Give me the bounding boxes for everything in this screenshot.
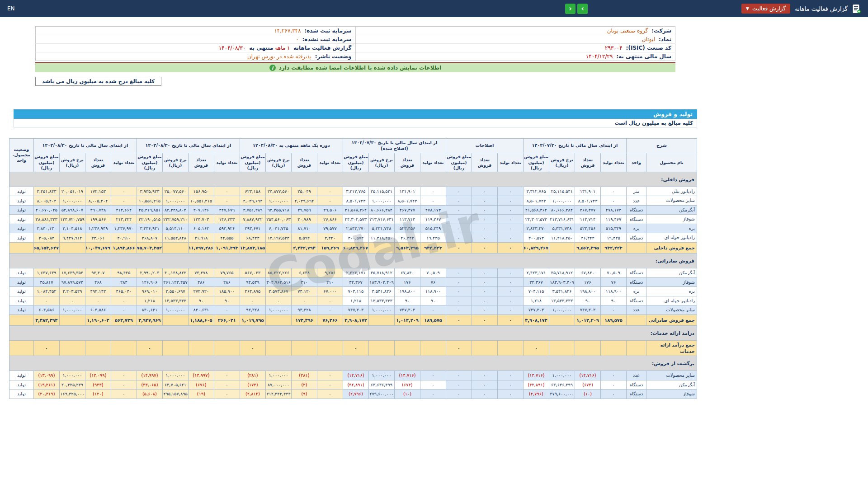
value-cell: ۳,۵۴۱,۸۲۶ bbox=[549, 287, 575, 296]
table-row: پرهپره۵۱۵,۳۴۹۵۲۳,۴۵۶۵,۴۳۱,۷۴۸۲,۸۴۳,۲۷۰۰۰… bbox=[9, 224, 697, 233]
column-header: مبلغ فروش (میلیون ریال) bbox=[446, 153, 472, 172]
value-cell: ۷۴۷,۳۰۳ bbox=[394, 305, 420, 315]
value-cell bbox=[214, 341, 240, 356]
value-cell: ۳۰۰,۵۷۴ bbox=[523, 233, 549, 243]
report-period-length: ۱ ماهه bbox=[275, 45, 290, 51]
value-cell: ۰ bbox=[111, 296, 137, 305]
section-label: فروش صادراتی: bbox=[9, 253, 697, 268]
value-cell: ۷۶ bbox=[420, 277, 446, 287]
value-cell: ۰ bbox=[240, 296, 265, 305]
value-cell bbox=[368, 341, 394, 356]
unit-cell: دستگاه bbox=[626, 296, 646, 305]
column-header: تعداد تولید bbox=[317, 153, 343, 172]
value-cell: ۰ bbox=[446, 242, 472, 253]
info-row: سال مالی منتهی به: ۱۴۰۴/۱۲/۲۹ وضعیت ناشر… bbox=[36, 52, 675, 61]
value-cell: ۰ bbox=[497, 224, 523, 233]
info-row: نماد: لبوتان سرمایه ثبت نشده: ۰ bbox=[36, 35, 675, 44]
value-cell: ۲۹۵,۱۵۷,۸۹۵ bbox=[162, 389, 188, 399]
status-cell: تولید bbox=[9, 287, 33, 296]
next-report-button[interactable]: › bbox=[577, 4, 588, 14]
value-cell: ۰ bbox=[497, 187, 523, 196]
value-cell: (۱۴,۷۱۶) bbox=[394, 371, 420, 380]
value-cell: ۲,۲۳۲,۷۹۳ bbox=[291, 242, 317, 253]
value-cell: ۴۰,۱۴۸,۸۲۲ bbox=[162, 268, 188, 278]
value-cell: ۳۱۲,۴۴۴,۴۴۴ bbox=[265, 389, 291, 399]
value-cell: (۲۸۱) bbox=[240, 371, 265, 380]
value-cell: ۰ bbox=[497, 268, 523, 278]
value-cell: ۰ bbox=[497, 371, 523, 380]
value-cell: ۱۱,۷۹۷,۲۸۶ bbox=[188, 242, 214, 253]
value-cell: ۰ bbox=[214, 305, 240, 315]
column-header: تعداد فروش bbox=[575, 153, 600, 172]
value-cell: ۴,۹۲۷,۹۶۹ bbox=[137, 314, 162, 325]
value-cell: ۲۷۲,۹۲۰ bbox=[188, 287, 214, 296]
value-cell: ۰ bbox=[472, 268, 497, 278]
value-cell: ۲۱۳,۳۲۴ bbox=[111, 215, 137, 224]
value-cell: (۴۲,۸۹۱) bbox=[343, 380, 368, 389]
unit-header: واحد bbox=[626, 153, 646, 172]
company-label: شرکت: bbox=[651, 28, 671, 34]
value-cell: ۰ bbox=[214, 380, 240, 389]
value-cell: ۲۰,۰۵۱,۰۱۹ bbox=[59, 187, 85, 196]
value-cell: ۰ bbox=[600, 371, 626, 380]
value-cell: ۹,۲۵۶ bbox=[317, 268, 343, 278]
value-cell bbox=[549, 341, 575, 356]
value-cell: ۴۹۳,۶۷۱ bbox=[240, 224, 265, 233]
value-cell: (۵,۶۰۸) bbox=[137, 389, 162, 399]
value-cell: (۴۲,۸۹۱) bbox=[523, 380, 549, 389]
product-name-cell: جمع درآمد ارائه خدمات bbox=[646, 341, 697, 356]
report-type-button[interactable]: گزارش فعالیت ▼ bbox=[741, 4, 790, 14]
value-cell: ۰ bbox=[420, 389, 446, 399]
group-header: اصلاحات bbox=[446, 139, 523, 153]
column-header: تعداد تولید bbox=[497, 153, 523, 172]
column-header: تعداد تولید bbox=[214, 153, 240, 172]
language-toggle[interactable]: EN bbox=[7, 5, 15, 12]
value-cell: ۹,۵۶۴,۴۹۵ bbox=[394, 242, 420, 253]
value-cell: ۱,۰۰۰,۰۰۰ bbox=[162, 305, 188, 315]
value-cell: ۱,۰۹۱,۴۹۳ bbox=[214, 242, 240, 253]
value-cell: ۰ bbox=[600, 196, 626, 206]
section-label: فروش داخلی: bbox=[9, 172, 697, 187]
value-cell: ۰ bbox=[472, 187, 497, 196]
value-cell bbox=[162, 314, 188, 325]
value-cell: ۱,۰۰۰,۰۰۰ bbox=[59, 371, 85, 380]
product-name-cell: شوفاژ bbox=[646, 389, 697, 399]
value-cell: ۱,۲۳۶,۹۷۰ bbox=[111, 224, 137, 233]
unit-cell: عدد bbox=[626, 371, 646, 380]
column-header: مبلغ فروش (میلیون ریال) bbox=[523, 153, 549, 172]
value-cell: ۳,۵۷۳,۸۶۷ bbox=[265, 287, 291, 296]
value-cell: ۲,۸۴۳,۲۷۰ bbox=[343, 224, 368, 233]
value-cell: ۲۱۰ bbox=[317, 277, 343, 287]
value-cell: ۳۱۰ bbox=[291, 277, 317, 287]
value-cell: ۰ bbox=[497, 233, 523, 243]
value-cell: ۶۰۴,۵۸۶ bbox=[85, 305, 111, 315]
value-cell: ۰ bbox=[446, 314, 472, 325]
value-cell: ۲۶,۸۶۶ bbox=[317, 215, 343, 224]
status-cell: تولید bbox=[9, 196, 33, 206]
value-cell: ۴۸۶ bbox=[188, 277, 214, 287]
value-cell: ۱۹,۲۳۵ bbox=[600, 233, 626, 243]
product-name-cell: آبگرمکن bbox=[646, 380, 697, 389]
value-cell: ۷۹,۷۶۵ bbox=[214, 268, 240, 278]
value-cell: ۵,۵۹۴ bbox=[291, 233, 317, 243]
unit-cell: عدد bbox=[626, 305, 646, 315]
value-cell: ۱,۱۸۸,۶۰۵ bbox=[188, 314, 214, 325]
company-name-link[interactable]: گروه صنعتی بوتان bbox=[607, 28, 648, 34]
table-row: آبگرمکندستگاه۷۰,۵۰۹۶۷,۸۴۰۳۵,۷۱۸,۹۱۲۲,۴۲۳… bbox=[9, 268, 697, 278]
value-cell: ۱,۶۴۷,۶۳۹ bbox=[33, 268, 59, 278]
value-cell: ۰ bbox=[214, 187, 240, 196]
value-cell: ۰ bbox=[472, 314, 497, 325]
symbol-link[interactable]: لبوتان bbox=[642, 36, 655, 42]
value-cell: ۳۲,۱۹۰,۵۱۵ bbox=[137, 215, 162, 224]
value-cell: ۲۶,۳۲۴ bbox=[394, 233, 420, 243]
prev-report-button[interactable]: ‹ bbox=[565, 4, 576, 14]
value-cell: ۹,۲۲۷,۹۱۲ bbox=[59, 233, 85, 243]
value-cell: ۰ bbox=[214, 389, 240, 399]
product-name-cell: پره bbox=[646, 287, 697, 296]
group-header: دوره یک ماهه منتهی به ۱۴۰۴/۰۸/۳۰ bbox=[240, 139, 343, 153]
value-cell: ۰ bbox=[497, 296, 523, 305]
value-cell: ۲۴,۸۷۷,۵۶۰ bbox=[265, 187, 291, 196]
value-cell bbox=[59, 341, 85, 356]
fiscal-year-label: سال مالی منتهی به: bbox=[616, 53, 671, 60]
value-cell: ۲۵,۱۱۵,۵۴۱ bbox=[368, 187, 394, 196]
